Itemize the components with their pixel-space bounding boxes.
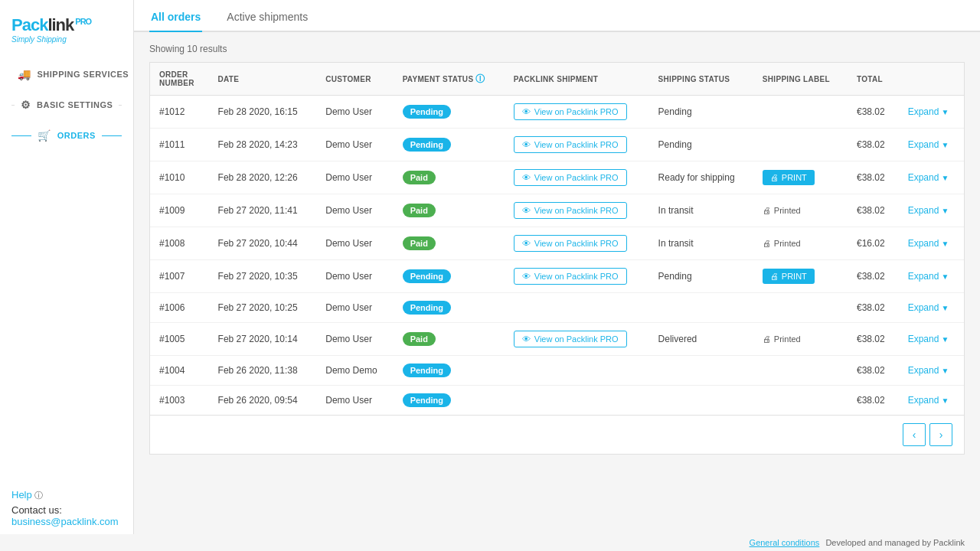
- table-header: ORDERNUMBER DATE CUSTOMER PAYMENT STATUS…: [150, 63, 964, 96]
- expand-link[interactable]: Expand ▼: [908, 172, 949, 183]
- cell-shipping-status: [649, 386, 753, 416]
- expand-link[interactable]: Expand ▼: [908, 238, 949, 249]
- cell-date: Feb 26 2020, 11:38: [209, 356, 317, 386]
- expand-link[interactable]: Expand ▼: [908, 271, 949, 282]
- print-button[interactable]: 🖨 PRINT: [763, 269, 815, 284]
- cell-customer: Demo User: [316, 96, 393, 129]
- print-button[interactable]: 🖨 PRINT: [763, 170, 815, 185]
- cell-packlink-shipment: [505, 386, 649, 416]
- tab-all-orders[interactable]: All orders: [149, 0, 202, 32]
- cell-payment-status: Pending: [394, 356, 505, 386]
- eye-icon: 👁: [522, 239, 531, 248]
- eye-icon: 👁: [522, 173, 531, 182]
- cell-shipping-status: Pending: [649, 260, 753, 293]
- general-conditions-link[interactable]: General conditions: [750, 538, 820, 547]
- cell-shipping-status: Pending: [649, 129, 753, 161]
- cell-total: €38.02: [848, 323, 899, 356]
- cell-shipping-label: [753, 386, 848, 416]
- info-icon: ⓘ: [475, 73, 485, 84]
- sidebar-item-orders[interactable]: 🛒 Orders: [0, 120, 133, 151]
- cell-customer: Demo User: [316, 386, 393, 416]
- view-on-packlink-button[interactable]: 👁 View on Packlink PRO: [514, 331, 627, 347]
- cell-total: €38.02: [848, 293, 899, 323]
- results-count: Showing 10 results: [149, 44, 965, 54]
- chevron-down-icon: ▼: [941, 396, 949, 405]
- cell-order-number: #1009: [150, 194, 209, 227]
- cell-date: Feb 28 2020, 12:26: [209, 161, 317, 194]
- cell-packlink-shipment: 👁 View on Packlink PRO: [505, 260, 649, 293]
- chevron-down-icon: ▼: [941, 335, 949, 344]
- cell-packlink-shipment: [505, 356, 649, 386]
- chevron-down-icon: ▼: [941, 367, 949, 375]
- col-actions: [899, 63, 964, 96]
- cell-customer: Demo User: [316, 323, 393, 356]
- table-row: #1009Feb 27 2020, 11:41Demo UserPaid👁 Vi…: [150, 194, 964, 227]
- sidebar-item-shipping-services[interactable]: 🚚 Shipping Services: [0, 59, 133, 90]
- printed-label: 🖨 Printed: [763, 239, 801, 248]
- eye-icon: 👁: [522, 272, 531, 281]
- cell-payment-status: Pending: [394, 96, 505, 129]
- cell-shipping-label: 🖨 PRINT: [753, 161, 848, 194]
- cell-expand: Expand ▼: [899, 129, 964, 161]
- table-row: #1011Feb 28 2020, 14:23Demo UserPending👁…: [150, 129, 964, 161]
- cart-icon: 🛒: [38, 129, 51, 142]
- view-on-packlink-button[interactable]: 👁 View on Packlink PRO: [514, 169, 627, 186]
- cell-payment-status: Paid: [394, 194, 505, 227]
- col-packlink-shipment: PACKLINK SHIPMENT: [505, 63, 649, 96]
- cell-date: Feb 27 2020, 11:41: [209, 194, 317, 227]
- chevron-down-icon: ▼: [941, 272, 949, 281]
- cell-customer: Demo User: [316, 293, 393, 323]
- printer-icon: 🖨: [770, 173, 779, 182]
- sidebar-item-basic-settings[interactable]: ⚙ Basic Settings: [0, 90, 133, 120]
- cell-shipping-label: [753, 96, 848, 129]
- printer-icon: 🖨: [770, 272, 779, 281]
- cell-order-number: #1011: [150, 129, 209, 161]
- expand-link[interactable]: Expand ▼: [908, 395, 949, 406]
- expand-link[interactable]: Expand ▼: [908, 334, 949, 344]
- table-row: #1007Feb 27 2020, 10:35Demo UserPending👁…: [150, 260, 964, 293]
- cell-expand: Expand ▼: [899, 293, 964, 323]
- cell-packlink-shipment: [505, 293, 649, 323]
- view-on-packlink-button[interactable]: 👁 View on Packlink PRO: [514, 103, 627, 120]
- chevron-down-icon: ▼: [941, 174, 949, 182]
- expand-link[interactable]: Expand ▼: [908, 205, 949, 216]
- orders-table-wrapper: ORDERNUMBER DATE CUSTOMER PAYMENT STATUS…: [149, 62, 965, 416]
- cell-packlink-shipment: 👁 View on Packlink PRO: [505, 227, 649, 260]
- expand-link[interactable]: Expand ▼: [908, 139, 949, 150]
- help-link[interactable]: Help: [11, 489, 32, 500]
- cell-total: €38.02: [848, 386, 899, 416]
- cell-payment-status: Paid: [394, 227, 505, 260]
- printer-icon: 🖨: [763, 334, 771, 344]
- cell-payment-status: Pending: [394, 129, 505, 161]
- view-on-packlink-button[interactable]: 👁 View on Packlink PRO: [514, 136, 627, 153]
- view-on-packlink-button[interactable]: 👁 View on Packlink PRO: [514, 235, 627, 252]
- cell-customer: Demo User: [316, 129, 393, 161]
- payment-status-badge: Pending: [403, 393, 451, 407]
- col-shipping-status: SHIPPING STATUS: [649, 63, 753, 96]
- sidebar-label-shipping: Shipping Services: [38, 70, 129, 79]
- cell-expand: Expand ▼: [899, 386, 964, 416]
- expand-link[interactable]: Expand ▼: [908, 106, 949, 117]
- view-on-packlink-button[interactable]: 👁 View on Packlink PRO: [514, 202, 627, 219]
- next-page-button[interactable]: ›: [929, 423, 952, 446]
- cell-customer: Demo User: [316, 161, 393, 194]
- cell-packlink-shipment: 👁 View on Packlink PRO: [505, 129, 649, 161]
- expand-link[interactable]: Expand ▼: [908, 302, 949, 313]
- contact-email[interactable]: business@packlink.com: [11, 516, 122, 527]
- cell-shipping-label: 🖨 Printed: [753, 227, 848, 260]
- cell-shipping-status: [649, 356, 753, 386]
- cell-shipping-status: Delivered: [649, 323, 753, 356]
- view-on-packlink-button[interactable]: 👁 View on Packlink PRO: [514, 268, 627, 285]
- cell-shipping-label: [753, 356, 848, 386]
- cell-order-number: #1003: [150, 386, 209, 416]
- expand-link[interactable]: Expand ▼: [908, 365, 949, 376]
- cell-customer: Demo User: [316, 194, 393, 227]
- tab-active-shipments[interactable]: Active shipments: [225, 0, 309, 32]
- cell-date: Feb 28 2020, 16:15: [209, 96, 317, 129]
- cell-total: €38.02: [848, 260, 899, 293]
- cell-customer: Demo User: [316, 260, 393, 293]
- help-icon: ⓘ: [34, 491, 43, 500]
- payment-status-badge: Paid: [403, 332, 436, 346]
- prev-page-button[interactable]: ‹: [903, 423, 926, 446]
- cell-payment-status: Pending: [394, 260, 505, 293]
